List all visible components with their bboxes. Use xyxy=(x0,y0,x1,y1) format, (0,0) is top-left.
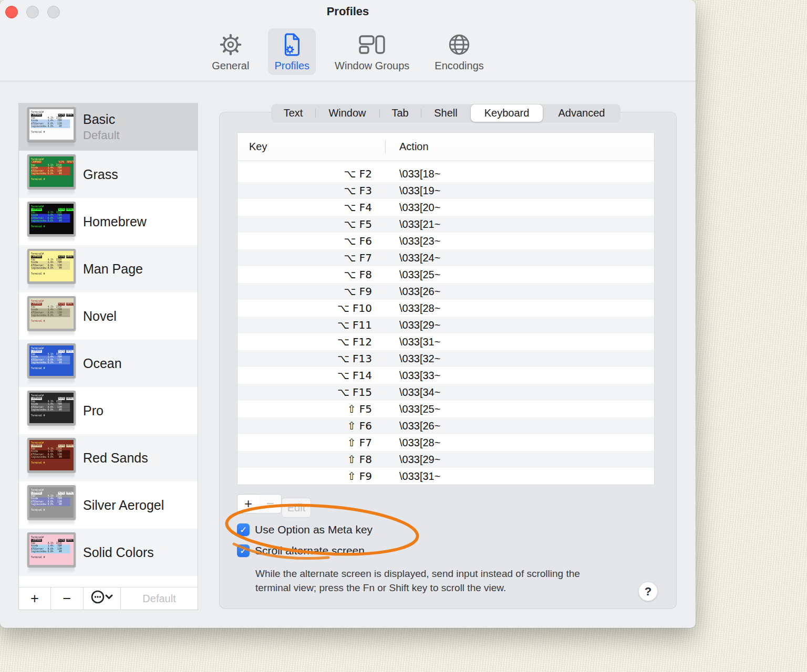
profile-name: Solid Colors xyxy=(83,545,154,560)
tab-tab[interactable]: Tab xyxy=(379,104,421,122)
toolbar-item-profiles[interactable]: Profiles xyxy=(268,28,316,75)
action-cell: \033[19~ xyxy=(385,185,440,197)
key-cell: ⌥ F3 xyxy=(237,184,385,197)
thumbnail-reflection xyxy=(28,143,75,148)
column-header-action[interactable]: Action xyxy=(385,141,429,153)
remove-profile-button[interactable]: − xyxy=(51,587,84,610)
globe-icon xyxy=(447,32,472,57)
table-row[interactable]: ⇧ F5 \033[25~ xyxy=(237,401,654,417)
profile-name: Basic xyxy=(83,112,120,127)
key-cell: ⌥ F9 xyxy=(237,285,385,298)
table-row-sliver xyxy=(237,161,654,165)
toolbar-label: Encodings xyxy=(434,60,483,72)
add-profile-button[interactable]: + xyxy=(19,587,51,610)
table-row[interactable]: ⌥ F5 \033[21~ xyxy=(237,216,654,233)
action-cell: \033[26~ xyxy=(385,286,440,298)
remove-key-button[interactable]: − xyxy=(259,494,282,513)
window-groups-icon xyxy=(358,32,386,57)
table-row[interactable]: ⇧ F8 \033[29~ xyxy=(237,451,654,468)
profile-list-item[interactable]: Terminal#COMMAND%CPURPRVTtop 4.1% 231KXc… xyxy=(19,434,198,481)
table-row[interactable]: ⌥ F3 \033[19~ xyxy=(237,182,654,199)
terminal-thumbnail-screen: Terminal#COMMAND%CPURPRVTtop 4.1% 231KXc… xyxy=(29,109,74,140)
table-row[interactable]: ⌥ F12 \033[31~ xyxy=(237,333,654,350)
action-cell: \033[28~ xyxy=(385,437,440,449)
tab-window[interactable]: Window xyxy=(315,104,379,122)
profile-list-item[interactable]: Terminal#COMMAND%CPURPRVTtop 4.1% 231KXc… xyxy=(19,103,198,151)
profile-list-item[interactable]: Terminal#COMMAND%CPURPRVTtop 4.1% 231KXc… xyxy=(19,292,198,340)
help-button[interactable]: ? xyxy=(638,582,658,601)
tab-advanced[interactable]: Advanced xyxy=(543,104,620,122)
terminal-thumbnail: Terminal#COMMAND%CPURPRVTtop 4.1% 231KXc… xyxy=(27,249,76,289)
action-cell: \033[31~ xyxy=(385,470,440,482)
table-row[interactable]: ⌥ F14 \033[33~ xyxy=(237,367,654,384)
thumbnail-reflection xyxy=(28,237,75,242)
terminal-thumbnail: Terminal#COMMAND%CPURPRVTtop 4.1% 231KXc… xyxy=(27,485,76,526)
table-row[interactable]: ⌥ F15 \033[34~ xyxy=(237,384,654,401)
profile-list-item[interactable]: Terminal#COMMAND%CPURPRVTtop 4.1% 231KXc… xyxy=(19,340,198,387)
profile-list-item[interactable]: Terminal#COMMAND%CPURPRVTtop 4.1% 231KXc… xyxy=(19,387,198,434)
thumbnail-reflection xyxy=(28,332,75,337)
thumbnail-reflection xyxy=(28,190,75,195)
table-row[interactable]: ⌥ F9 \033[26~ xyxy=(237,283,654,300)
table-row[interactable]: ⌥ F4 \033[20~ xyxy=(237,199,654,216)
profile-actions-menu-button[interactable] xyxy=(84,587,121,610)
table-row[interactable]: ⇧ F9 \033[31~ xyxy=(237,468,654,485)
column-divider[interactable] xyxy=(385,140,386,154)
thumbnail-reflection xyxy=(28,426,75,431)
table-row[interactable]: ⌥ F8 \033[25~ xyxy=(237,266,654,283)
tab-shell[interactable]: Shell xyxy=(421,104,471,122)
key-cell: ⌥ F2 xyxy=(237,167,385,180)
thumbnail-reflection xyxy=(28,379,75,384)
toolbar-item-window-groups[interactable]: Window Groups xyxy=(328,28,416,75)
key-cell: ⌥ F8 xyxy=(237,268,385,281)
table-row[interactable]: ⇧ F6 \033[26~ xyxy=(237,417,654,434)
edit-key-button[interactable]: Edit xyxy=(282,498,311,518)
profile-list-item[interactable]: Terminal#COMMAND%CPURPRVTtop 4.1% 231KXc… xyxy=(19,198,198,245)
table-row[interactable]: ⇧ F7 \033[28~ xyxy=(237,434,654,451)
add-key-button[interactable]: + xyxy=(237,494,260,513)
column-header-key[interactable]: Key xyxy=(237,141,385,153)
profile-name: Ocean xyxy=(83,356,122,371)
toolbar-item-encodings[interactable]: Encodings xyxy=(428,28,490,75)
toolbar-item-general[interactable]: General xyxy=(205,28,255,75)
terminal-thumbnail: Terminal#COMMAND%CPURPRVTtop 4.1% 231KXc… xyxy=(27,532,76,573)
action-cell: \033[31~ xyxy=(385,336,440,348)
key-cell: ⇧ F6 xyxy=(237,419,385,432)
action-cell: \033[34~ xyxy=(385,386,440,398)
tab-text[interactable]: Text xyxy=(271,104,315,122)
action-cell: \033[29~ xyxy=(385,319,440,331)
profile-name: Grass xyxy=(83,167,118,182)
scroll-alternate-screen-checkbox[interactable]: ✓ xyxy=(237,544,250,557)
key-cell: ⇧ F7 xyxy=(237,436,385,449)
terminal-thumbnail-screen: Terminal#COMMAND%CPURPRVTtop 4.1% 231KXc… xyxy=(29,487,74,518)
profile-list-item[interactable]: Terminal#COMMAND%CPURPRVTtop 4.1% 231KXc… xyxy=(19,151,198,198)
tab-keyboard[interactable]: Keyboard xyxy=(471,104,543,122)
table-row[interactable]: ⌥ F2 \033[18~ xyxy=(237,165,654,182)
terminal-thumbnail: Terminal#COMMAND%CPURPRVTtop 4.1% 231KXc… xyxy=(27,296,76,337)
checkmark-icon: ✓ xyxy=(240,547,247,555)
toolbar-label: General xyxy=(212,60,249,72)
checkbox-label: Use Option as Meta key xyxy=(255,523,373,536)
action-cell: \033[18~ xyxy=(385,168,440,180)
key-cell: ⇧ F8 xyxy=(237,453,385,466)
action-cell: \033[32~ xyxy=(385,353,440,365)
profile-list-item[interactable]: Terminal#COMMAND%CPURPRVTtop 4.1% 231KXc… xyxy=(19,481,198,529)
thumbnail-reflection xyxy=(28,285,75,289)
table-row[interactable]: ⌥ F11 \033[29~ xyxy=(237,317,654,333)
set-default-button[interactable]: Default xyxy=(121,587,198,610)
profile-list-items: Terminal#COMMAND%CPURPRVTtop 4.1% 231KXc… xyxy=(19,103,198,587)
profile-list-item[interactable]: Terminal#COMMAND%CPURPRVTtop 4.1% 231KXc… xyxy=(19,529,198,576)
terminal-thumbnail-screen: Terminal#COMMAND%CPURPRVTtop 4.1% 231KXc… xyxy=(29,440,74,470)
use-option-as-meta-checkbox[interactable]: ✓ xyxy=(237,523,250,536)
key-cell: ⌥ F6 xyxy=(237,235,385,247)
table-row[interactable]: ⌥ F7 \033[24~ xyxy=(237,249,654,266)
action-cell: \033[28~ xyxy=(385,302,440,314)
key-cell: ⌥ F10 xyxy=(237,302,385,314)
key-cell: ⌥ F13 xyxy=(237,352,385,365)
table-row[interactable]: ⌥ F10 \033[28~ xyxy=(237,300,654,317)
preferences-window: Profiles Gen xyxy=(0,0,696,628)
table-row[interactable]: ⌥ F6 \033[23~ xyxy=(237,233,654,249)
profile-name: Homebrew xyxy=(83,214,147,229)
table-row[interactable]: ⌥ F13 \033[32~ xyxy=(237,350,654,367)
profile-list-item[interactable]: Terminal#COMMAND%CPURPRVTtop 4.1% 231KXc… xyxy=(19,245,198,292)
